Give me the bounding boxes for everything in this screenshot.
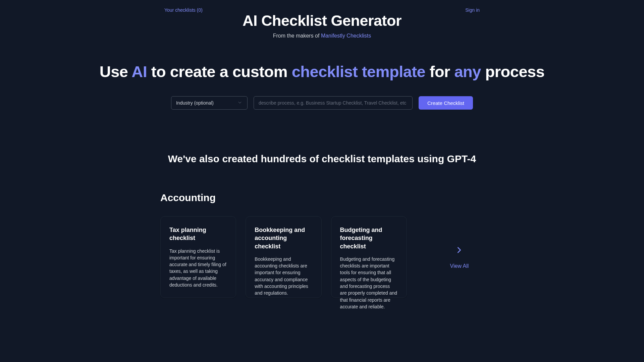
subtitle-prefix: From the makers of [273, 33, 321, 39]
template-card[interactable]: Budgeting and forecasting checklist Budg… [331, 216, 407, 298]
view-all-container: View All [435, 216, 484, 298]
industry-select[interactable]: Industry (optional) [171, 96, 248, 110]
card-title: Bookkeeping and accounting checklist [255, 226, 312, 250]
hl-p7: process [481, 63, 544, 80]
process-input[interactable] [254, 96, 413, 110]
templates-headline: We've also created hundreds of checklist… [78, 153, 566, 165]
sign-in-link[interactable]: Sign in [465, 7, 480, 13]
template-card[interactable]: Tax planning checklist Tax planning chec… [160, 216, 236, 298]
card-title: Tax planning checklist [169, 226, 227, 242]
hl-p5: for [425, 63, 454, 80]
template-card[interactable]: Bookkeeping and accounting checklist Boo… [246, 216, 321, 298]
card-desc: Bookkeeping and accounting checklists ar… [255, 256, 312, 297]
hero-headline: Use AI to create a custom checklist temp… [78, 62, 566, 81]
hl-p1: Use [100, 63, 132, 80]
hl-ai: AI [131, 63, 147, 80]
hl-p3: to create a custom [147, 63, 291, 80]
card-desc: Tax planning checklist is important for … [169, 248, 227, 289]
top-nav: Your checklists (0) Sign in [164, 7, 480, 13]
hl-template: checklist template [292, 63, 426, 80]
chevron-right-icon[interactable] [454, 245, 464, 256]
cards-row: Tax planning checklist Tax planning chec… [160, 216, 484, 298]
hl-any: any [454, 63, 481, 80]
your-checklists-link[interactable]: Your checklists (0) [164, 7, 203, 13]
category-title: Accounting [160, 192, 484, 203]
create-checklist-button[interactable]: Create Checklist [419, 96, 473, 110]
chevron-down-icon [237, 100, 243, 106]
card-desc: Budgeting and forecasting checklists are… [340, 256, 398, 310]
page-subtitle: From the makers of Manifestly Checklists [78, 33, 566, 39]
view-all-link[interactable]: View All [450, 263, 469, 269]
manifestly-link[interactable]: Manifestly Checklists [321, 33, 371, 39]
category-block-accounting: Accounting Tax planning checklist Tax pl… [157, 192, 487, 298]
card-title: Budgeting and forecasting checklist [340, 226, 398, 250]
page-title: AI Checklist Generator [78, 12, 566, 29]
generator-form: Industry (optional) Create Checklist [78, 96, 566, 110]
industry-selected-value: Industry (optional) [176, 100, 214, 106]
